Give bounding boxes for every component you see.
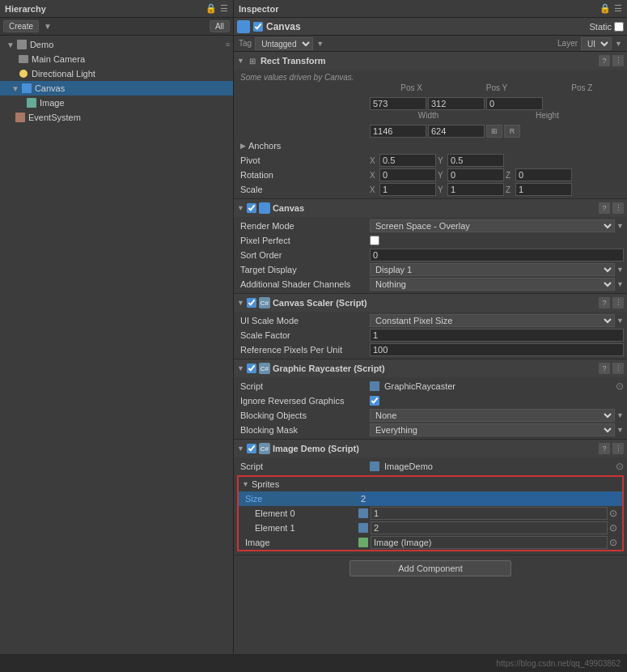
- create-button[interactable]: Create: [3, 20, 39, 32]
- pivot-y-input[interactable]: [447, 154, 504, 167]
- rot-y-input[interactable]: [447, 168, 504, 181]
- gr-script-label: Script: [240, 381, 370, 391]
- elem1-dot[interactable]: ⊙: [608, 522, 619, 534]
- sprites-header[interactable]: ▼ Sprites: [239, 477, 622, 491]
- eventsystem-icon: [15, 112, 26, 123]
- canvas-comp-header[interactable]: ▼ Canvas ? ⋮: [234, 199, 627, 217]
- scale-factor-input[interactable]: [370, 329, 624, 342]
- render-mode-value: Screen Space - Overlay ▼: [370, 219, 624, 232]
- id-info-btn[interactable]: ?: [599, 443, 610, 454]
- hierarchy-toolbar: Create ▼ All: [0, 18, 233, 36]
- rect-transform-header[interactable]: ▼ ⊞ Rect Transform ? ⋮: [234, 52, 627, 70]
- id-script-value: ImageDemo ⊙: [370, 461, 624, 472]
- cs-info-btn[interactable]: ?: [599, 297, 610, 308]
- hier-item-main-camera[interactable]: Main Camera: [0, 52, 233, 66]
- blocking-objects-select[interactable]: None: [370, 409, 615, 422]
- inspector-menu-icon[interactable]: ☰: [614, 3, 622, 14]
- canvas-active-checkbox[interactable]: [247, 203, 256, 213]
- scale-z-input[interactable]: [515, 183, 572, 196]
- all-button[interactable]: All: [210, 20, 230, 32]
- ref-pixels-input[interactable]: [370, 343, 624, 356]
- hierarchy-header: Hierarchy 🔒 ☰: [0, 0, 233, 18]
- sprites-size-input[interactable]: [358, 492, 619, 505]
- cs-menu-btn[interactable]: ⋮: [612, 297, 624, 308]
- elem0-dot[interactable]: ⊙: [608, 508, 619, 519]
- height-input[interactable]: [428, 125, 485, 138]
- sprites-elem0-input[interactable]: [371, 507, 608, 520]
- scale-x-input[interactable]: [379, 183, 436, 196]
- sprites-body: Size Element 0: [239, 491, 622, 550]
- target-display-select[interactable]: Display 1: [370, 263, 615, 276]
- object-active-checkbox[interactable]: [253, 22, 263, 32]
- image-dot[interactable]: ⊙: [608, 537, 619, 548]
- ref-pixels-row: Reference Pixels Per Unit: [234, 342, 627, 357]
- render-mode-select[interactable]: Screen Space - Overlay: [370, 219, 615, 232]
- rt-arrow: ▼: [237, 57, 244, 65]
- canvas-menu-btn[interactable]: ⋮: [612, 202, 624, 214]
- sort-order-label: Sort Order: [240, 250, 370, 260]
- gr-header[interactable]: ▼ C# Graphic Raycaster (Script) ? ⋮: [234, 359, 627, 377]
- id-active-checkbox[interactable]: [247, 444, 256, 453]
- pivot-x-input[interactable]: [379, 154, 436, 167]
- scale-label: Scale: [240, 185, 370, 194]
- tag-layer-bar: Tag Untagged ▼ Layer UI ▼: [234, 36, 627, 52]
- blocking-mask-select[interactable]: Everything: [370, 423, 615, 436]
- menu-icon[interactable]: ☰: [220, 3, 228, 14]
- id-script-dot[interactable]: ⊙: [616, 461, 624, 472]
- sprites-image-input[interactable]: [371, 536, 608, 549]
- pos-x-input[interactable]: [370, 97, 426, 110]
- rot-x-input[interactable]: [379, 168, 436, 181]
- sprites-elem1-input[interactable]: [371, 521, 608, 534]
- id-menu-btn[interactable]: ⋮: [612, 443, 624, 454]
- layer-select[interactable]: UI: [581, 37, 612, 50]
- id-script-icon: [370, 461, 379, 471]
- cs-active-checkbox[interactable]: [247, 298, 256, 308]
- image-demo-component: ▼ C# Image Demo (Script) ? ⋮ Script: [234, 440, 627, 555]
- td-arrow: ▼: [616, 266, 624, 274]
- static-checkbox[interactable]: [614, 22, 624, 32]
- rot-z-input[interactable]: [515, 168, 572, 181]
- rt-menu-btn[interactable]: ⋮: [612, 55, 624, 66]
- additional-shader-select[interactable]: Nothing: [370, 278, 615, 291]
- ignore-reversed-checkbox[interactable]: [370, 396, 379, 406]
- width-input[interactable]: [370, 125, 426, 138]
- gr-info-btn[interactable]: ?: [599, 363, 610, 374]
- gr-script-dot[interactable]: ⊙: [616, 381, 624, 392]
- hier-item-directional-light[interactable]: Directional Light: [0, 66, 233, 81]
- scale-y-input[interactable]: [447, 183, 504, 196]
- hier-item-event-system[interactable]: EventSystem: [0, 110, 233, 125]
- rt-info-btn[interactable]: ?: [599, 55, 610, 66]
- add-component-button[interactable]: Add Component: [350, 560, 511, 576]
- render-mode-label: Render Mode: [240, 221, 370, 231]
- hier-item-canvas[interactable]: ▼ Canvas: [0, 81, 233, 96]
- canvas-info-btn[interactable]: ?: [599, 202, 610, 214]
- gr-menu-btn[interactable]: ⋮: [612, 363, 624, 374]
- id-buttons: ? ⋮: [599, 443, 624, 454]
- id-name: Image Demo (Script): [273, 444, 359, 453]
- gr-active-checkbox[interactable]: [247, 364, 256, 373]
- canvas-scaler-header[interactable]: ▼ C# Canvas Scaler (Script) ? ⋮: [234, 294, 627, 312]
- pos-y-input[interactable]: [428, 97, 485, 110]
- lock-icon: 🔒: [205, 3, 217, 14]
- light-icon: [18, 68, 29, 79]
- object-icon: [237, 20, 250, 33]
- pixel-perfect-checkbox[interactable]: [370, 236, 379, 245]
- stretch-r-btn[interactable]: R: [504, 125, 520, 138]
- graphic-raycaster-component: ▼ C# Graphic Raycaster (Script) ? ⋮ Scri…: [234, 359, 627, 440]
- hier-item-demo[interactable]: ▼ Demo ≡: [0, 37, 233, 52]
- stretch-x-btn[interactable]: ⊞: [486, 125, 502, 138]
- pos-z-input[interactable]: [486, 97, 543, 110]
- tag-select[interactable]: Untagged: [255, 37, 313, 50]
- sprites-image-value: ⊙: [358, 536, 619, 549]
- sort-order-input[interactable]: [370, 249, 624, 262]
- hier-item-image[interactable]: Image: [0, 96, 233, 110]
- ui-scale-select[interactable]: Constant Pixel Size: [370, 314, 615, 327]
- rm-arrow: ▼: [616, 222, 624, 230]
- anchors-header[interactable]: ▶ Anchors: [234, 138, 627, 153]
- sprites-size-value: [358, 492, 619, 505]
- sprites-image-icon: [358, 538, 368, 547]
- hierarchy-title: Hierarchy: [5, 4, 46, 14]
- blocking-objects-label: Blocking Objects: [240, 410, 370, 420]
- sort-order-row: Sort Order: [234, 248, 627, 262]
- id-header[interactable]: ▼ C# Image Demo (Script) ? ⋮: [234, 440, 627, 457]
